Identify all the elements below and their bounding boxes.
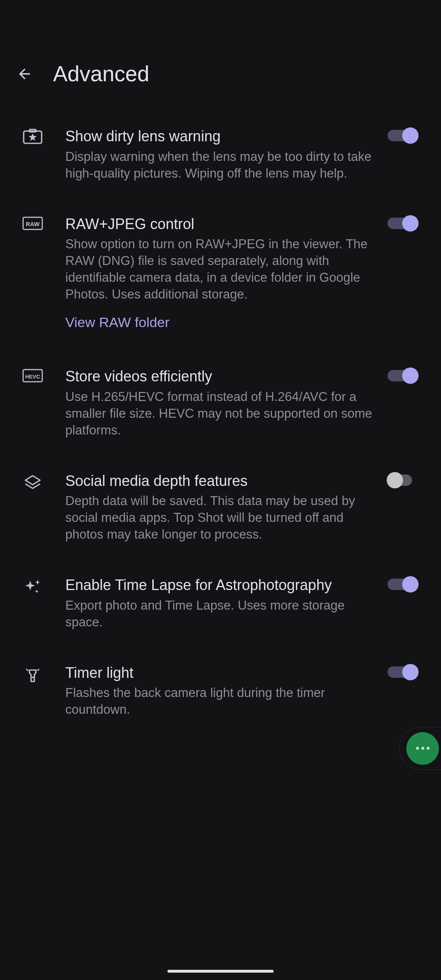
svg-text:HEVC: HEVC [25,374,40,380]
setting-desc: Show option to turn on RAW+JPEG in the v… [65,236,376,303]
toggle-dirty-lens[interactable] [387,129,419,142]
setting-desc: Use H.265/HEVC format instead of H.264/A… [65,389,376,439]
dirty-lens-icon [22,127,43,145]
toggle-hevc[interactable] [387,370,419,382]
toggle-depth[interactable] [387,474,419,486]
setting-title: Store videos efficiently [65,367,376,386]
setting-title: Social media depth features [65,472,376,491]
setting-hevc[interactable]: HEVC Store videos efficiently Use H.265/… [22,351,419,455]
more-icon [406,732,439,765]
setting-title: Timer light [65,664,376,683]
setting-title: Enable Time Lapse for Astrophotography [65,576,376,595]
setting-dirty-lens[interactable]: Show dirty lens warning Display warning … [22,111,419,198]
setting-depth[interactable]: Social media depth features Depth data w… [22,455,419,560]
toggle-timer-light[interactable] [387,666,419,678]
svg-text:RAW: RAW [26,220,40,227]
setting-desc: Display warning when the lens may be too… [65,149,376,182]
flashlight-icon [22,664,43,685]
settings-list: Show dirty lens warning Display warning … [0,98,441,735]
svg-line-7 [26,669,28,670]
nav-handle[interactable] [167,970,274,973]
header: Advanced [0,0,441,98]
setting-desc: Flashes the back camera light during the… [65,685,376,718]
setting-desc: Depth data will be saved. This data may … [65,493,376,543]
setting-title: Show dirty lens warning [65,127,376,146]
sparkles-icon [22,576,43,597]
setting-desc: Export photo and Time Lapse. Uses more s… [65,597,376,631]
setting-astro[interactable]: Enable Time Lapse for Astrophotography E… [22,559,419,647]
back-button[interactable] [16,66,33,82]
raw-icon: RAW [22,215,43,230]
view-raw-folder-link[interactable]: View RAW folder [65,314,169,330]
setting-timer-light[interactable]: Timer light Flashes the back camera ligh… [22,647,419,735]
layers-icon [22,472,43,493]
toggle-raw-jpeg[interactable] [387,217,419,229]
toggle-astro[interactable] [387,578,419,590]
svg-line-8 [37,669,39,670]
arrow-left-icon [16,66,33,82]
hevc-icon: HEVC [22,367,43,383]
setting-raw-jpeg[interactable]: RAW RAW+JPEG control Show option to turn… [22,198,419,347]
setting-title: RAW+JPEG control [65,215,376,234]
assist-fab[interactable] [399,727,441,770]
page-title: Advanced [53,61,149,86]
